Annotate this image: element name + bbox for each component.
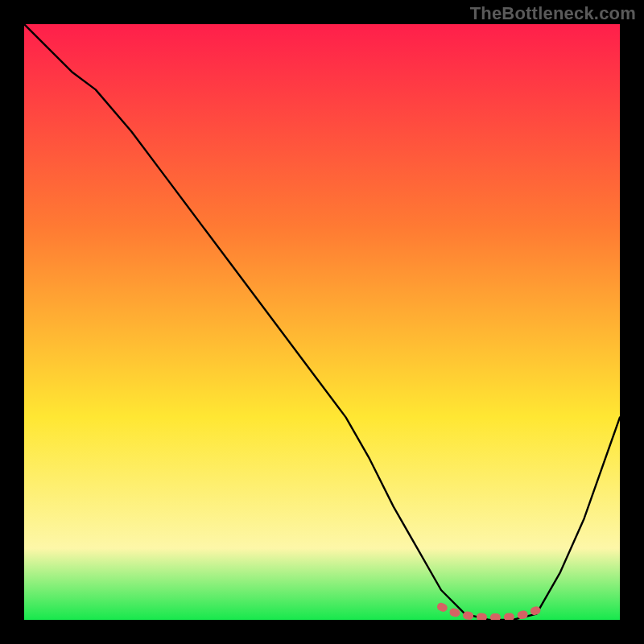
gradient-background [24, 24, 620, 620]
plot-area [24, 24, 620, 620]
watermark-text: TheBottleneck.com [470, 3, 636, 24]
bottleneck-chart [24, 24, 620, 620]
chart-frame: TheBottleneck.com [0, 0, 644, 644]
